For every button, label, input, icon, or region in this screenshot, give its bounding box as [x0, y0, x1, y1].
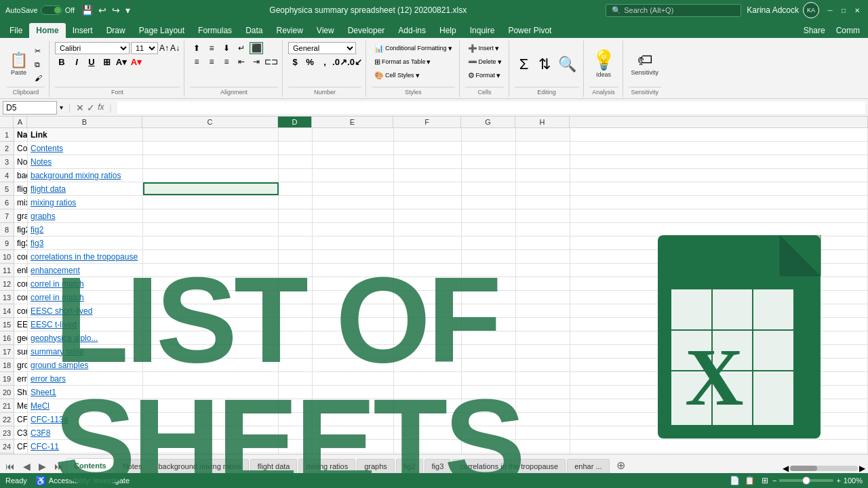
prev-sheet-button[interactable]: ◀: [20, 460, 33, 473]
row-header-21[interactable]: 21: [0, 399, 14, 413]
cell-r8-c3[interactable]: [143, 223, 279, 236]
share-button[interactable]: Share: [798, 23, 831, 38]
wrap-text-button[interactable]: ↵: [235, 42, 248, 54]
cell-r20-c4[interactable]: [279, 386, 313, 399]
zoom-handle[interactable]: [802, 476, 810, 485]
tab-formulas[interactable]: Formulas: [191, 23, 239, 38]
cell-r20-c8[interactable]: [516, 386, 570, 399]
cell-r22-c4[interactable]: [279, 413, 313, 426]
cell-r17-c7[interactable]: [462, 345, 516, 358]
cell-r24-c4[interactable]: [279, 440, 313, 453]
cell-r12-c8[interactable]: [516, 277, 570, 290]
cell-r5-c5[interactable]: [313, 182, 394, 195]
cell-r24-c5[interactable]: [313, 440, 394, 453]
cell-r7-c4[interactable]: [279, 209, 313, 222]
cell-r10-c8[interactable]: [516, 250, 570, 263]
last-sheet-button[interactable]: ⏭: [52, 460, 66, 473]
cell-r19-c7[interactable]: [462, 372, 516, 385]
sheet-tab-mixing-ratios[interactable]: mixing ratios: [298, 459, 355, 473]
cell-r23-c2[interactable]: C3F8: [28, 426, 143, 439]
cell-r22-c7[interactable]: [462, 413, 516, 426]
horizontal-scrollbar[interactable]: ◀ ▶: [783, 464, 865, 473]
cell-styles-button[interactable]: 🎨 Cell Styles ▾: [372, 69, 422, 81]
cell-r19-c1[interactable]: error bars: [14, 372, 28, 385]
row-header-4[interactable]: 4: [0, 169, 14, 182]
name-box[interactable]: [3, 101, 57, 115]
tab-help[interactable]: Help: [433, 23, 463, 38]
italic-button[interactable]: I: [70, 56, 83, 68]
cell-r11-c5[interactable]: [313, 264, 394, 277]
add-sheet-button[interactable]: ⊕: [614, 458, 628, 473]
cell-r10-c3[interactable]: [143, 250, 279, 263]
cell-r23-c6[interactable]: [394, 426, 462, 439]
ideas-button[interactable]: 💡 Ideas: [589, 45, 618, 83]
cell-r12-c2[interactable]: correl in match: [28, 277, 143, 290]
font-size-select[interactable]: 11: [131, 42, 158, 54]
page-break-view-button[interactable]: ⊞: [757, 474, 772, 487]
cell-r13-c4[interactable]: [279, 291, 313, 304]
cell-r14-c5[interactable]: [313, 304, 394, 317]
bold-button[interactable]: B: [55, 56, 68, 68]
row-header-10[interactable]: 10: [0, 250, 14, 264]
row-header-24[interactable]: 24: [0, 440, 14, 453]
cancel-formula-icon[interactable]: ✕: [76, 102, 84, 113]
cell-r24-c6[interactable]: [394, 440, 462, 453]
cell-r12-c5[interactable]: [313, 277, 394, 290]
cell-r25-c1[interactable]: CFC-113: [14, 453, 28, 454]
cell-r6-c2[interactable]: mixing ratios: [28, 196, 143, 209]
decrease-font-icon[interactable]: A↓: [170, 43, 180, 53]
merge-center-button[interactable]: ⊏⊐: [264, 56, 278, 68]
cell-r5-c7[interactable]: [462, 182, 516, 195]
cell-r25-c3[interactable]: [143, 453, 279, 454]
cell-r19-c8[interactable]: [516, 372, 570, 385]
row-header-2[interactable]: 2: [0, 142, 14, 155]
cell-r7-c6[interactable]: [394, 209, 462, 222]
paste-button[interactable]: 📋 Paste: [7, 45, 31, 83]
cell-r16-c6[interactable]: [394, 331, 462, 344]
cell-r2-c8[interactable]: [516, 142, 570, 155]
col-header-b[interactable]: B: [27, 117, 142, 127]
cell-r22-c3[interactable]: [143, 413, 279, 426]
sensitivity-button[interactable]: 🏷 Sensitivity: [629, 45, 662, 83]
row-header-7[interactable]: 7: [0, 209, 14, 223]
cell-r3-c4[interactable]: [279, 155, 313, 168]
comments-button[interactable]: Comm: [831, 23, 865, 38]
redo-icon[interactable]: ↪: [112, 5, 120, 16]
scroll-track[interactable]: [790, 466, 858, 471]
cell-r3-c3[interactable]: [143, 155, 279, 168]
cell-r23-c1[interactable]: C3F8: [14, 426, 28, 439]
format-button[interactable]: ⚙ Format ▾: [465, 69, 504, 81]
cell-r2-c1[interactable]: Contents: [14, 142, 28, 155]
cell-r12-c7[interactable]: [462, 277, 516, 290]
cell-r2-c7[interactable]: [462, 142, 516, 155]
name-box-dropdown[interactable]: ▾: [60, 104, 63, 111]
cell-r11-c4[interactable]: [279, 264, 313, 277]
cell-r4-c6[interactable]: [394, 169, 462, 182]
cell-r6-c4[interactable]: [279, 196, 313, 209]
row-header-19[interactable]: 19: [0, 372, 14, 386]
cell-r14-c3[interactable]: [143, 304, 279, 317]
col-header-a[interactable]: A: [14, 117, 27, 127]
cell-r4-c4[interactable]: [279, 169, 313, 182]
col-header-e[interactable]: E: [312, 117, 393, 127]
currency-button[interactable]: $: [288, 56, 302, 68]
row-header-20[interactable]: 20: [0, 386, 14, 399]
cut-button[interactable]: ✂: [32, 45, 45, 57]
cell-r9-c1[interactable]: fig3: [14, 237, 28, 249]
cell-r1-c4[interactable]: [279, 128, 313, 141]
percent-button[interactable]: %: [303, 56, 317, 68]
cell-r6-c6[interactable]: [394, 196, 462, 209]
cell-r1-c5[interactable]: [313, 128, 394, 141]
cell-r5-c4[interactable]: [279, 182, 313, 195]
cell-r10-c7[interactable]: [462, 250, 516, 263]
cell-r2-c2[interactable]: Contents: [28, 142, 143, 155]
cell-r20-c1[interactable]: Sheet1: [14, 386, 28, 399]
cell-r6-c8[interactable]: [516, 196, 570, 209]
cell-r1-c1[interactable]: Name: [14, 128, 28, 141]
cell-r24-c2[interactable]: CFC-11: [28, 440, 143, 453]
row-header-13[interactable]: 13: [0, 291, 14, 304]
cell-r6-c7[interactable]: [462, 196, 516, 209]
cell-r25-c2[interactable]: CFC-113: [28, 453, 143, 454]
tab-insert[interactable]: Insert: [66, 23, 100, 38]
row-header-23[interactable]: 23: [0, 426, 14, 440]
